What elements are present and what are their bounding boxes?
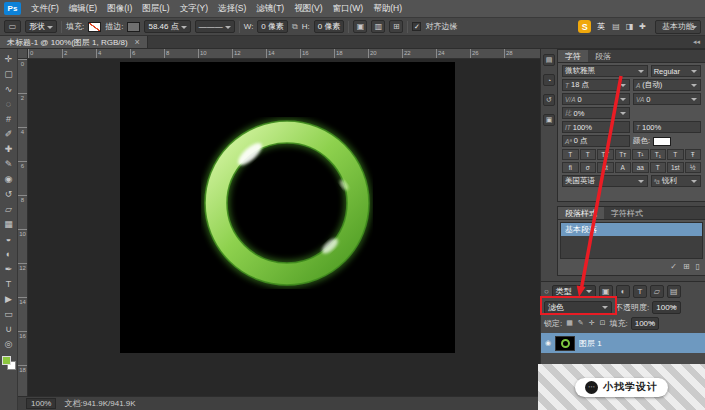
history-brush-tool-icon[interactable]: ↺ [1,186,17,201]
tool-preset-icon[interactable]: ▭ [4,20,21,33]
menu-file[interactable]: 文件(F) [26,3,64,15]
stroke-style-dropdown[interactable]: ——— [195,20,235,33]
crop-tool-icon[interactable]: # [1,111,17,126]
tab-character[interactable]: 字符 [558,50,588,62]
lock-position-icon[interactable]: ✛ [588,319,596,327]
ime-settings-icon[interactable]: ✚ [638,22,647,31]
width-field[interactable]: 0 像素 [257,20,288,33]
path-arrange-icon[interactable]: ⊞ [389,20,403,33]
ime-keyboard-icon[interactable]: ▤ [611,22,621,31]
filter-smart-objects-icon[interactable]: ▤ [667,285,681,298]
document-canvas[interactable] [120,62,455,353]
path-select-tool-icon[interactable]: ▶ [1,291,17,306]
actions-panel-icon[interactable]: ▣ [543,114,555,126]
opacity-field[interactable]: 100% [652,301,680,314]
align-edges-checkbox[interactable]: ✓ [412,22,421,31]
blend-mode-dropdown[interactable]: 滤色 [544,301,612,314]
style-item-basic-paragraph[interactable]: 基本段落 [561,223,702,236]
clone-stamp-tool-icon[interactable]: ◉ [1,171,17,186]
tab-paragraph[interactable]: 段落 [588,50,618,62]
brush-tool-icon[interactable]: ✎ [1,156,17,171]
menu-select[interactable]: 选择(S) [213,3,251,15]
filter-type-layers-icon[interactable]: T [633,285,647,298]
text-color-swatch[interactable] [653,137,671,146]
lock-all-icon[interactable]: ⊡ [599,319,607,327]
small-caps-button[interactable]: Tᴛ [615,149,632,160]
info-panel-icon[interactable]: ▤ [543,54,555,66]
horizontal-scale-field[interactable]: T100% [633,121,701,133]
link-dimensions-icon[interactable]: ⧉ [292,22,298,32]
ligatures-button[interactable]: fi [562,162,579,173]
pen-tool-icon[interactable]: ✒ [1,261,17,276]
menu-window[interactable]: 窗口(W) [328,3,369,15]
shape-tool-icon[interactable]: ▭ [1,306,17,321]
properties-panel-icon[interactable]: ◔ [543,74,555,86]
canvas-workspace[interactable] [28,59,540,396]
blur-tool-icon[interactable]: ◒ [1,231,17,246]
language-dropdown[interactable]: 美国英语 [562,175,648,187]
lock-transparency-icon[interactable]: ▦ [565,319,574,327]
all-caps-button[interactable]: TT [597,149,614,160]
filter-adjustment-layers-icon[interactable]: ◐ [616,285,630,298]
menu-filter[interactable]: 滤镜(T) [251,3,289,15]
tool-mode-dropdown[interactable]: 形状 [25,20,57,33]
layer-filter-dropdown[interactable]: 类型 [552,285,596,298]
menu-view[interactable]: 视图(V) [289,3,327,15]
foreground-color-swatch[interactable] [2,356,11,365]
swash-button[interactable]: A [615,162,632,173]
menu-image[interactable]: 图像(I) [102,3,137,15]
tab-character-styles[interactable]: 字符样式 [604,207,650,219]
layer-visibility-eye-icon[interactable]: ◉ [545,339,551,347]
font-style-dropdown[interactable]: Regular [651,65,701,77]
lock-pixels-icon[interactable]: ✎ [577,319,585,327]
titling-alternates-button[interactable]: T [650,162,667,173]
ime-language-indicator[interactable]: 英 [595,21,607,32]
menu-help[interactable]: 帮助(H) [368,3,407,15]
dodge-tool-icon[interactable]: ◐ [1,246,17,261]
stylistic-alternates-button[interactable]: aa [632,162,649,173]
layer-row-layer1[interactable]: ◉ 图层 1 [541,333,705,353]
move-tool-icon[interactable]: ✛ [1,51,17,66]
zoom-tool-icon[interactable]: ◎ [1,336,17,351]
new-style-icon[interactable]: ⊞ [683,262,690,271]
history-panel-icon[interactable]: ↺ [543,94,555,106]
contextual-alternates-button[interactable]: σ [580,162,597,173]
hand-tool-icon[interactable]: ∪ [1,321,17,336]
menu-layer[interactable]: 图层(L) [137,3,174,15]
font-size-field[interactable]: T18 点 [562,79,630,91]
fill-swatch[interactable] [88,22,101,32]
clear-override-icon[interactable]: ✓ [670,262,677,271]
baseline-shift-field[interactable]: Aª0 点 [562,135,630,147]
antialias-dropdown[interactable]: ªa锐利 [651,175,701,187]
tab-paragraph-styles[interactable]: 段落样式 [558,207,604,219]
path-alignment-icon[interactable]: ▥ [371,20,385,33]
ime-panel-icon[interactable]: ◨ [625,22,635,31]
delete-style-icon[interactable]: ▯ [696,262,700,271]
strikethrough-button[interactable]: Ŧ [685,149,702,160]
stroke-width-field[interactable]: 58.46 点 [144,20,190,33]
document-tab[interactable]: 未标题-1 @ 100%(图层 1, RGB/8) × [0,36,148,48]
font-family-dropdown[interactable]: 微软雅黑 [562,65,648,77]
subscript-button[interactable]: T₁ [650,149,667,160]
marquee-tool-icon[interactable]: ▢ [1,66,17,81]
path-operations-icon[interactable]: ▣ [353,20,367,33]
filter-shape-layers-icon[interactable]: ▱ [650,285,664,298]
eyedropper-tool-icon[interactable]: ✐ [1,126,17,141]
faux-bold-button[interactable]: T [562,149,579,160]
workspace-switcher[interactable]: 基本功能 [655,20,701,34]
menu-type[interactable]: 文字(Y) [175,3,213,15]
collapse-panels-icon[interactable]: ◂◂ [688,36,705,48]
healing-brush-tool-icon[interactable]: ✚ [1,141,17,156]
kerning-field[interactable]: V/A0 [562,93,630,105]
color-swatches[interactable] [2,356,16,370]
ordinals-button[interactable]: 1st [667,162,684,173]
fractions-button[interactable]: ½ [685,162,702,173]
filter-pixel-layers-icon[interactable]: ▣ [599,285,613,298]
ime-badge-icon[interactable]: S [578,20,591,33]
eraser-tool-icon[interactable]: ▱ [1,201,17,216]
gradient-tool-icon[interactable]: ▦ [1,216,17,231]
stroke-swatch[interactable] [127,22,140,32]
close-tab-icon[interactable]: × [135,37,140,47]
leading-field[interactable]: A(自动) [633,79,701,91]
vertical-scale-field[interactable]: IT100% [562,121,630,133]
